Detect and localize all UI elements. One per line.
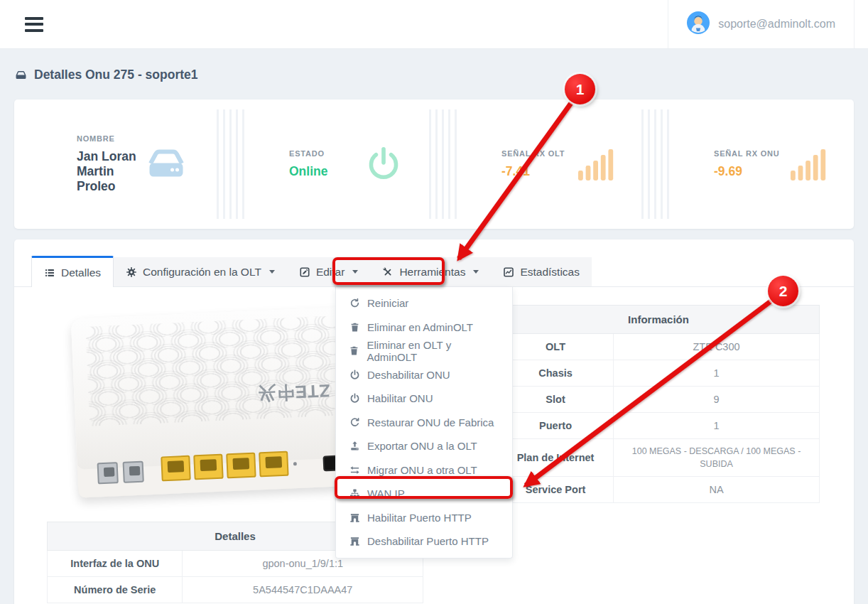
signal-bars-icon: [577, 147, 614, 181]
phone-port: [123, 461, 144, 483]
menu-item-restaurar-fabrica[interactable]: Restaurar ONU de Fabrica: [336, 411, 512, 435]
menu-item-eliminar-adminolt[interactable]: Eliminar en AdminOLT: [336, 316, 512, 340]
stat-divider: [641, 109, 670, 219]
stat-value: -9.69: [714, 164, 780, 179]
table-row: Slot9: [498, 387, 820, 413]
table-row: OLTZTE C300: [498, 334, 820, 360]
table-row: Número de Serie5A544547C1DAAA47: [48, 577, 423, 603]
lan-port: [161, 455, 190, 482]
menu-item-label: Migrar ONU a otra OLT: [367, 464, 477, 476]
menu-item-wan-ip[interactable]: WAN IP: [336, 482, 512, 506]
tabs-row: Detalles Configuraci: [14, 239, 854, 287]
redo-icon: [348, 417, 361, 428]
menu-item-label: Eliminar en OLT y AdminOLT: [367, 339, 500, 363]
menu-toggle-icon[interactable]: [25, 17, 43, 32]
hdd-icon: [143, 146, 190, 182]
lan-port: [259, 451, 288, 478]
onu-product-image: ZTE中兴: [75, 313, 359, 492]
menu-item-label: Reiniciar: [367, 297, 408, 309]
onu-status-card: NOMBRE Jan Loran Martin Proleo ESTADO On…: [14, 99, 854, 229]
onu-device: ZTE中兴: [71, 306, 363, 497]
tab-herramientas[interactable]: Herramientas: [370, 257, 491, 286]
edit-icon: [299, 266, 310, 278]
menu-item-label: Restaurar ONU de Fabrica: [367, 416, 494, 428]
device-vents-pattern: [85, 316, 348, 426]
menu-item-eliminar-olt-adminolt[interactable]: Eliminar en OLT y AdminOLT: [336, 339, 512, 363]
trash-icon: [348, 345, 361, 356]
menu-item-exportar-onu[interactable]: Exportar ONU a la OLT: [336, 434, 512, 458]
stat-label: NOMBRE: [77, 134, 143, 143]
upload-icon: [348, 441, 361, 451]
user-email: soporte@adminolt.com: [718, 18, 835, 31]
stat-senal-rx-olt: SEÑAL RX OLT -7.41: [457, 99, 641, 229]
caret-down-icon: [352, 270, 358, 274]
table-row: Puerto1: [498, 413, 820, 439]
tab-label: Herramientas: [399, 266, 465, 279]
tab-label: Detalles: [61, 266, 101, 279]
archway-icon: [348, 536, 361, 546]
signal-bars-icon: [790, 147, 827, 181]
tab-strip: Configuración en la OLT Editar Herra: [114, 257, 592, 286]
tab-configuracion-olt[interactable]: Configuración en la OLT: [114, 257, 287, 286]
informacion-table: Información OLTZTE C300 Chasis1 Slot9 Pu…: [497, 305, 820, 503]
tools-icon: [382, 266, 394, 278]
stat-value: Jan Loran Martin Proleo: [77, 149, 143, 194]
tab-editar[interactable]: Editar: [287, 257, 371, 286]
table-row: Service PortNA: [498, 477, 820, 503]
tab-label: Configuración en la OLT: [143, 266, 261, 279]
trash-icon: [348, 322, 361, 333]
menu-item-habilitar-onu[interactable]: Habilitar ONU: [336, 387, 512, 411]
tab-detalles[interactable]: Detalles: [31, 256, 114, 287]
menu-item-label: Deshabilitar Puerto HTTP: [367, 535, 489, 547]
table-row: Chasis1: [498, 360, 820, 387]
menu-item-migrar-onu[interactable]: Migrar ONU a otra OLT: [336, 458, 512, 482]
stat-divider: [429, 109, 457, 219]
annotation-step-badge-2: 2: [768, 276, 798, 306]
menu-item-label: Habilitar Puerto HTTP: [367, 512, 472, 524]
table-title: Información: [498, 306, 820, 334]
menu-item-deshabilitar-puerto-http[interactable]: Deshabilitar Puerto HTTP: [336, 529, 512, 554]
archway-icon: [348, 512, 361, 523]
tab-estadisticas[interactable]: Estadísticas: [491, 257, 592, 286]
power-icon: [365, 146, 402, 183]
network-icon: [348, 488, 361, 499]
list-icon: [44, 267, 55, 279]
stat-senal-rx-onu: SEÑAL RX ONU -9.69: [670, 99, 854, 229]
stat-value: -7.41: [501, 164, 565, 179]
stat-value: Online: [289, 164, 327, 179]
power-icon: [348, 370, 361, 380]
lan-port: [226, 453, 256, 479]
page-title-text: Detalles Onu 275 - soporte1: [34, 68, 198, 82]
menu-item-habilitar-puerto-http[interactable]: Habilitar Puerto HTTP: [336, 506, 512, 530]
herramientas-dropdown-menu: Reiniciar Eliminar en AdminOLT Eliminar …: [335, 287, 513, 559]
stat-label: SEÑAL RX OLT: [501, 149, 565, 158]
menu-item-reiniciar[interactable]: Reiniciar: [336, 291, 512, 316]
menu-item-label: Exportar ONU a la OLT: [367, 440, 477, 452]
user-menu[interactable]: soporte@adminolt.com: [668, 0, 855, 48]
lan-ports: [161, 451, 288, 482]
tab-label: Editar: [316, 266, 345, 279]
gear-icon: [126, 266, 137, 278]
table-row: Plan de Internet100 MEGAS - DESCARGA / 1…: [498, 439, 820, 477]
lan-port: [193, 454, 223, 480]
stat-divider: [217, 109, 245, 219]
menu-item-label: Habilitar ONU: [367, 392, 433, 404]
menu-item-label: Eliminar en AdminOLT: [367, 321, 473, 333]
stat-label: SEÑAL RX ONU: [714, 149, 780, 158]
menu-item-label: Deshabilitar ONU: [367, 369, 450, 381]
device-brand-logo: ZTE中兴: [257, 379, 331, 405]
chart-icon: [503, 266, 514, 278]
reset-hole: [293, 462, 297, 465]
sync-icon: [348, 298, 361, 308]
device-ports: [97, 441, 347, 484]
caret-down-icon: [269, 270, 275, 274]
annotation-step-badge-1: 1: [565, 74, 595, 104]
menu-item-deshabilitar-onu[interactable]: Deshabilitar ONU: [336, 363, 512, 387]
tab-label: Estadísticas: [520, 266, 580, 279]
phone-port: [97, 462, 119, 484]
caret-down-icon: [473, 270, 479, 274]
avatar: [687, 11, 710, 37]
menu-item-label: WAN IP: [367, 487, 405, 500]
exchange-icon: [348, 465, 361, 475]
page-title: Detalles Onu 275 - soporte1: [14, 68, 198, 82]
